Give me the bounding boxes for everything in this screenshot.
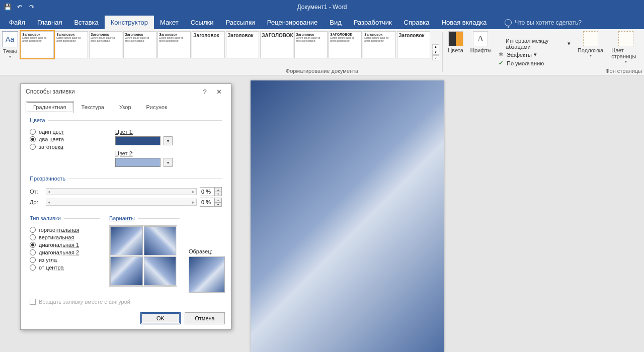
- dialog-tabs: Градиентная Текстура Узор Рисунок: [21, 101, 231, 113]
- colors-legend: Цвета: [30, 117, 48, 123]
- variant-2[interactable]: [144, 226, 177, 255]
- set-default-button[interactable]: ✔По умолчанию: [498, 60, 571, 67]
- paragraph-spacing-button[interactable]: ≡Интервал между абзацами ▾: [498, 38, 571, 50]
- lightbulb-icon: [505, 19, 512, 26]
- tab-pattern[interactable]: Узор: [112, 101, 139, 113]
- color1-dropdown[interactable]: ▾: [164, 136, 173, 145]
- style-thumb[interactable]: ЗаголовокLorem ipsum dolor sit amet cons…: [363, 31, 396, 58]
- tab-layout[interactable]: Макет: [154, 16, 185, 29]
- radio-one-color[interactable]: один цвет: [30, 129, 100, 135]
- radio-diagonal2[interactable]: диагональная 2: [30, 249, 100, 255]
- fonts-icon: A: [473, 31, 488, 46]
- colors-icon: [448, 31, 463, 46]
- gallery-expand-button[interactable]: ▿: [432, 55, 439, 60]
- transparency-legend: Прозрачность: [30, 175, 68, 182]
- ok-button[interactable]: OK: [140, 312, 181, 324]
- radio-preset[interactable]: заготовка: [30, 144, 100, 150]
- style-thumb[interactable]: ЗаголовокLorem ipsum dolor sit amet cons…: [55, 31, 88, 58]
- to-spinner[interactable]: ▴▾: [200, 198, 222, 207]
- style-thumb[interactable]: ЗаголовокLorem ipsum dolor sit amet cons…: [294, 31, 328, 58]
- color1-swatch[interactable]: [115, 136, 160, 145]
- color2-dropdown[interactable]: ▾: [164, 158, 173, 167]
- from-spinner[interactable]: ▴▾: [200, 187, 222, 196]
- to-value[interactable]: [200, 198, 214, 206]
- to-slider[interactable]: ◂▸: [46, 199, 197, 206]
- from-value[interactable]: [200, 188, 214, 196]
- tab-home[interactable]: Главная: [31, 16, 68, 29]
- ribbon-tabs: Файл Главная Вставка Конструктор Макет С…: [0, 14, 644, 29]
- tell-me-placeholder: Что вы хотите сделать?: [515, 19, 582, 26]
- themes-button[interactable]: Aa Темы ▾: [0, 29, 20, 75]
- radio-horizontal[interactable]: горизонтальная: [30, 227, 100, 233]
- tab-developer[interactable]: Разработчик: [348, 16, 398, 29]
- colors-fieldset: Цвета один цвет два цвета заготовка Цвет…: [30, 117, 222, 170]
- style-thumb[interactable]: ЗАГОЛОВОК: [260, 31, 293, 58]
- tab-references[interactable]: Ссылки: [185, 16, 220, 29]
- radio-diagonal1[interactable]: диагональная 1: [30, 242, 100, 248]
- tab-review[interactable]: Рецензирование: [261, 16, 324, 29]
- redo-button[interactable]: ↷: [26, 2, 37, 13]
- document-page[interactable]: [251, 80, 444, 352]
- page-color-icon: [618, 31, 633, 46]
- spacing-icon: ≡: [498, 40, 504, 47]
- style-thumb[interactable]: ЗаголовокLorem ipsum dolor sit amet cons…: [157, 31, 191, 58]
- tab-new[interactable]: Новая вкладка: [436, 16, 493, 29]
- tab-gradient[interactable]: Градиентная: [26, 101, 74, 113]
- gallery-down-button[interactable]: ▾: [432, 50, 439, 55]
- tab-view[interactable]: Вид: [324, 16, 348, 29]
- tell-me-search[interactable]: Что вы хотите сделать?: [503, 16, 584, 29]
- style-thumb[interactable]: ЗаголовокLorem ipsum dolor sit amet cons…: [89, 31, 122, 58]
- style-thumb[interactable]: ЗАГОЛОВОКLorem ipsum dolor sit amet cons…: [329, 31, 362, 58]
- style-gallery: ЗаголовокLorem ipsum dolor sit amet cons…: [20, 29, 440, 75]
- to-label: До:: [30, 199, 43, 205]
- rotate-with-shape-checkbox: Вращать заливку вместе с фигурой: [30, 299, 222, 305]
- cancel-button[interactable]: Отмена: [185, 312, 225, 324]
- transparency-fieldset: Прозрачность От: ◂▸ ▴▾ До: ◂▸ ▴▾: [30, 175, 222, 210]
- radio-two-colors[interactable]: два цвета: [30, 136, 100, 142]
- effects-button[interactable]: ✱Эффекты ▾: [498, 51, 571, 58]
- tab-insert[interactable]: Вставка: [68, 16, 104, 29]
- chevron-down-icon: ▾: [9, 54, 11, 59]
- style-thumb[interactable]: ЗаголовокLorem ipsum dolor sit amet cons…: [123, 31, 156, 58]
- variants-grid: [109, 225, 177, 287]
- colors-button[interactable]: Цвета: [445, 29, 466, 75]
- style-thumb[interactable]: Заголовок: [226, 31, 259, 58]
- fonts-button[interactable]: A Шрифты: [466, 29, 495, 75]
- color2-swatch[interactable]: [115, 158, 160, 167]
- fill-effects-dialog: Способы заливки ? ✕ Градиентная Текстура…: [20, 83, 231, 330]
- dialog-help-button[interactable]: ?: [198, 88, 212, 96]
- variant-4[interactable]: [144, 256, 177, 286]
- themes-icon: Aa: [2, 31, 18, 47]
- tab-texture[interactable]: Текстура: [74, 101, 112, 113]
- ribbon-body: Aa Темы ▾ ЗаголовокLorem ipsum dolor sit…: [0, 29, 644, 75]
- radio-from-corner[interactable]: из угла: [30, 257, 100, 263]
- dialog-close-button[interactable]: ✕: [212, 88, 226, 96]
- variant-3[interactable]: [110, 256, 143, 286]
- tab-mailings[interactable]: Рассылки: [219, 16, 261, 29]
- quick-access-toolbar: 💾 ↶ ↷: [2, 2, 37, 13]
- watermark-button[interactable]: Подложка▾: [574, 29, 607, 75]
- from-label: От:: [30, 189, 43, 195]
- tab-design[interactable]: Конструктор: [105, 16, 154, 29]
- tab-file[interactable]: Файл: [3, 16, 31, 29]
- group-caption-bg: Фон страницы: [605, 68, 642, 74]
- group-caption-doc: Форматирование документа: [286, 68, 358, 74]
- color2-label: Цвет 2:: [115, 150, 134, 156]
- style-thumb[interactable]: ЗаголовокLorem ipsum dolor sit amet cons…: [21, 31, 54, 58]
- tab-help[interactable]: Справка: [398, 16, 436, 29]
- watermark-icon: [583, 31, 598, 46]
- save-button[interactable]: 💾: [2, 2, 13, 13]
- gallery-up-button[interactable]: ▴: [432, 44, 439, 49]
- sample-preview: [189, 256, 225, 293]
- formatting-options: ≡Интервал между абзацами ▾ ✱Эффекты ▾ ✔П…: [495, 29, 574, 75]
- variant-1[interactable]: [110, 226, 143, 255]
- radio-from-center[interactable]: от центра: [30, 265, 100, 271]
- undo-button[interactable]: ↶: [14, 2, 25, 13]
- color1-label: Цвет 1:: [115, 129, 134, 135]
- tab-picture[interactable]: Рисунок: [139, 101, 175, 113]
- gallery-more: ▴ ▾ ▿: [432, 31, 439, 73]
- from-slider[interactable]: ◂▸: [46, 188, 197, 195]
- style-thumb[interactable]: Заголовок: [397, 31, 430, 58]
- style-thumb[interactable]: Заголовок: [192, 31, 225, 58]
- radio-vertical[interactable]: вертикальная: [30, 234, 100, 240]
